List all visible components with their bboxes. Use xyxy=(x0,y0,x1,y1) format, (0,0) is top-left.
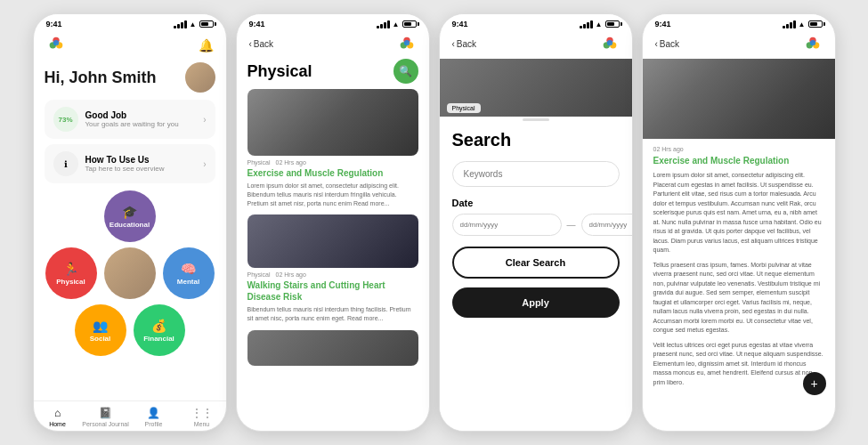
article2-meta: Physical 02 Hrs ago xyxy=(247,271,418,278)
card-arrow-2: › xyxy=(203,159,206,169)
card-howtouse-text: How To Use Us Tap here to see overview xyxy=(85,155,197,173)
logo-2 xyxy=(397,34,417,53)
date-row: — xyxy=(452,214,620,236)
article1-meta: Physical 02 Hrs ago xyxy=(247,159,418,166)
body-para-1: Lorem ipsum dolor sit amet, consectetur … xyxy=(653,171,824,255)
cat-financial-label: Financial xyxy=(143,335,174,343)
social-icon: 👥 xyxy=(93,319,108,333)
notification-icon[interactable]: 🔔 xyxy=(199,38,214,53)
card-howtouse-title: How To Use Us xyxy=(85,155,197,165)
cat-social[interactable]: 👥 Social xyxy=(75,304,126,356)
wifi-icon-2: ▲ xyxy=(393,20,400,28)
screen2-page-title: Physical xyxy=(247,62,312,81)
clear-search-button[interactable]: Clear Search xyxy=(452,247,620,279)
article-detail-content: 02 Hrs ago Exercise and Muscle Regulatio… xyxy=(643,139,835,394)
date-separator: — xyxy=(567,220,576,230)
home-icon: ⌂ xyxy=(54,407,61,419)
article1-title: Exercise and Muscle Regulation xyxy=(247,167,418,179)
detail-body: Lorem ipsum dolor sit amet, consectetur … xyxy=(653,171,824,387)
detail-meta: 02 Hrs ago xyxy=(653,146,824,152)
phone-screen-1: 9:41 ▲ 🔔 xyxy=(33,13,227,432)
fab-plus-button[interactable]: + xyxy=(803,372,826,395)
article2-title: Walking Stairs and Cutting Heart Disease… xyxy=(247,279,418,303)
nav-home-label: Home xyxy=(49,421,66,427)
status-icons-4: ▲ xyxy=(783,20,823,28)
screen1-header: 🔔 xyxy=(34,30,226,62)
detail-title: Exercise and Muscle Regulation xyxy=(653,155,824,166)
time-3: 9:41 xyxy=(452,20,468,28)
card-goodjob-sub: Your goals are waiting for you xyxy=(85,120,197,128)
cat-educational-label: Educational xyxy=(110,221,150,229)
status-bar-2: 9:41 ▲ xyxy=(237,14,429,30)
logo-3 xyxy=(600,34,620,53)
cat-physical[interactable]: 🏃 Physical xyxy=(45,247,97,299)
search-sheet: Search Date — Clear Search Apply xyxy=(440,109,632,431)
time-4: 9:41 xyxy=(655,20,671,28)
logo-4 xyxy=(803,34,823,53)
cat-mental-label: Mental xyxy=(177,278,199,286)
time-2: 9:41 xyxy=(249,20,265,28)
wifi-icon-3: ▲ xyxy=(596,20,603,28)
svg-point-3 xyxy=(53,40,58,45)
avatar xyxy=(185,62,215,93)
bottom-nav: ⌂ Home 📓 Personal Journal 👤 Profile ⋮⋮ M… xyxy=(34,400,226,431)
screen4-header: ‹ Back xyxy=(643,30,835,59)
svg-point-7 xyxy=(403,40,409,45)
card-goodjob-title: Good Job xyxy=(85,110,197,120)
articles-list: Physical 02 Hrs ago Exercise and Muscle … xyxy=(237,89,429,431)
screen3-header: ‹ Back xyxy=(440,30,632,59)
article-card-2[interactable]: Physical 02 Hrs ago Walking Stairs and C… xyxy=(237,214,429,330)
cat-financial[interactable]: 💰 Financial xyxy=(134,304,185,356)
wifi-icon: ▲ xyxy=(190,20,197,28)
search-input-wrap xyxy=(452,161,620,187)
phone-screen-4: 9:41 ▲ ‹ Back 02 Hrs xyxy=(642,13,836,432)
date-from-input[interactable] xyxy=(452,214,562,236)
nav-journal[interactable]: 📓 Personal Journal xyxy=(82,407,130,427)
card-goodjob[interactable]: 73% Good Job Your goals are waiting for … xyxy=(45,100,215,139)
profile-icon: 👤 xyxy=(147,407,160,419)
screen1-content: Hi, John Smith 73% Good Job Your goals a… xyxy=(34,62,226,400)
screen2-header: ‹ Back xyxy=(237,30,429,59)
card-goodjob-text: Good Job Your goals are waiting for you xyxy=(85,110,197,128)
card-arrow-1: › xyxy=(203,115,206,125)
article-card-1[interactable]: Physical 02 Hrs ago Exercise and Muscle … xyxy=(237,89,429,214)
nav-home[interactable]: ⌂ Home xyxy=(34,407,82,427)
nav-menu-label: Menu xyxy=(194,421,210,427)
search-fab[interactable]: 🔍 xyxy=(393,59,418,84)
nav-profile[interactable]: 👤 Profile xyxy=(130,407,178,427)
cat-profile-avatar[interactable] xyxy=(104,247,156,299)
status-bar-1: 9:41 ▲ xyxy=(34,14,226,30)
wifi-icon-4: ▲ xyxy=(799,20,806,28)
educational-icon: 🎓 xyxy=(122,205,137,219)
apply-button[interactable]: Apply xyxy=(452,287,620,318)
time-1: 9:41 xyxy=(46,20,62,28)
article-card-3[interactable] xyxy=(237,330,429,373)
phone-screen-3: 9:41 ▲ ‹ Back xyxy=(439,13,633,432)
date-to-input[interactable] xyxy=(581,214,633,236)
body-para-3: Velit lectus ultrices orci eget purus eg… xyxy=(653,341,824,388)
screen2-title-row: Physical 🔍 xyxy=(237,59,429,89)
article-detail-image xyxy=(643,59,835,139)
status-icons-1: ▲ xyxy=(174,20,214,28)
article1-body: Lorem ipsum dolor sit amet, consectetur … xyxy=(247,182,418,207)
mental-icon: 🧠 xyxy=(181,262,196,276)
card-howtouse[interactable]: ℹ How To Use Us Tap here to see overview… xyxy=(45,144,215,183)
status-bar-3: 9:41 ▲ xyxy=(440,14,632,30)
progress-icon: 73% xyxy=(53,107,78,132)
nav-menu[interactable]: ⋮⋮ Menu xyxy=(178,407,226,427)
back-btn-2[interactable]: ‹ Back xyxy=(249,39,274,49)
back-btn-4[interactable]: ‹ Back xyxy=(655,39,680,49)
svg-point-11 xyxy=(606,40,612,45)
screen3-bg-image: Physical xyxy=(440,59,632,117)
back-btn-3[interactable]: ‹ Back xyxy=(452,39,477,49)
howtouse-icon: ℹ xyxy=(53,151,78,176)
cat-mental[interactable]: 🧠 Mental xyxy=(163,247,215,299)
status-icons-2: ▲ xyxy=(377,20,417,28)
date-label: Date xyxy=(452,198,620,208)
cat-educational[interactable]: 🎓 Educational xyxy=(104,190,156,242)
svg-point-15 xyxy=(809,40,815,45)
cat-physical-label: Physical xyxy=(56,278,85,286)
keywords-input[interactable] xyxy=(452,161,620,187)
phone-screen-2: 9:41 ▲ ‹ Back Physical xyxy=(236,13,430,432)
body-para-2: Tellus praesent cras ipsum, fames. Morbi… xyxy=(653,261,824,336)
